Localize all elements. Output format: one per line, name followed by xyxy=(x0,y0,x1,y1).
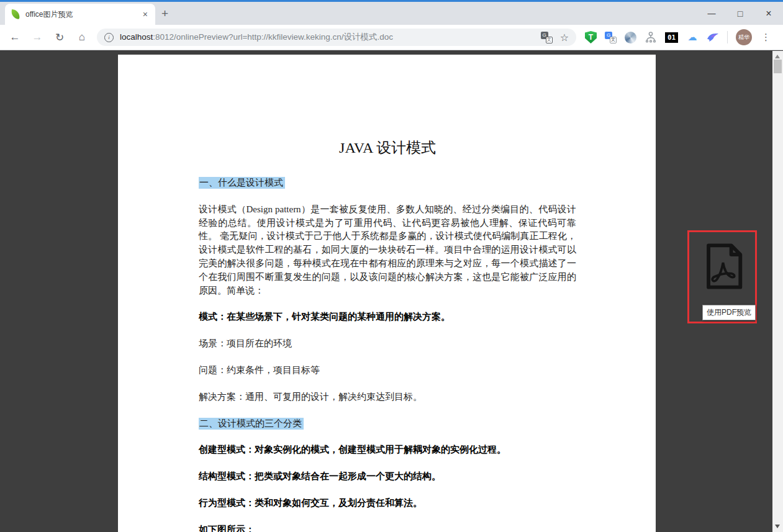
new-tab-button[interactable]: + xyxy=(161,7,168,20)
browser-toolbar: ← → ↻ ⌂ i localhost:8012/onlinePreview?u… xyxy=(0,25,783,50)
titlebar: office图片预览 × + — □ × xyxy=(0,2,783,25)
address-bar[interactable]: i localhost:8012/onlinePreview?url=http:… xyxy=(97,29,576,46)
highlighted-heading: 一、什么是设计模式 xyxy=(199,177,285,189)
doc-line: 场景：项目所在的环境 xyxy=(199,337,576,351)
tampermonkey-extension-icon[interactable]: T xyxy=(585,31,597,43)
spring-leaf-favicon xyxy=(11,9,20,19)
close-window-button[interactable]: × xyxy=(754,2,783,25)
translate-wen-glyph: 文 xyxy=(610,37,617,43)
doc-section-heading: 一、什么是设计模式 xyxy=(199,176,576,190)
profile-avatar[interactable]: 精华 xyxy=(736,29,752,45)
doc-line-bold: 结构型模式：把类或对象结合在一起形成一个更大的结构。 xyxy=(199,470,576,484)
document-page: JAVA 设计模式 一、什么是设计模式 设计模式（Design pattern）… xyxy=(118,55,656,532)
window-controls: — □ × xyxy=(697,2,783,25)
maximize-button[interactable]: □ xyxy=(726,2,754,25)
scroll-down-arrow-icon[interactable] xyxy=(775,525,780,528)
translate-wen-glyph: 文 xyxy=(546,37,553,43)
back-button[interactable]: ← xyxy=(4,26,26,48)
doc-line: 解决方案：通用、可复用的设计，解决约束达到目标。 xyxy=(199,390,576,404)
browser-tab[interactable]: office图片预览 × xyxy=(5,4,155,25)
tab-title: office图片预览 xyxy=(20,9,140,20)
reload-button[interactable]: ↻ xyxy=(48,26,71,48)
scrollbar-thumb[interactable] xyxy=(774,60,782,73)
extensions-bar: T G 文 01 ☁ 精华 ⋮ xyxy=(580,29,779,45)
highlighted-heading: 二、设计模式的三个分类 xyxy=(199,418,304,430)
google-translate-extension-icon[interactable]: G 文 xyxy=(605,32,617,43)
pdf-file-icon xyxy=(697,241,748,292)
forward-button[interactable]: → xyxy=(26,26,48,48)
page-info-icon[interactable]: i xyxy=(104,33,114,42)
doc-line-bold: 模式：在某些场景下，针对某类问题的某种通用的解决方案。 xyxy=(199,310,576,324)
toolbar-divider xyxy=(727,31,728,43)
doc-line-bold: 行为型模式：类和对象如何交互，及划分责任和算法。 xyxy=(199,497,576,510)
preview-viewport: JAVA 设计模式 一、什么是设计模式 设计模式（Design pattern）… xyxy=(0,51,772,532)
doc-line: 问题：约束条件，项目目标等 xyxy=(199,364,576,377)
doc-paragraph: 设计模式（Design pattern）是一套被反复使用、多数人知晓的、经过分类… xyxy=(199,203,576,298)
pdf-preview-label: 使用PDF预览 xyxy=(702,305,756,320)
cloud-extension-icon[interactable]: ☁ xyxy=(686,31,699,43)
bookmark-star-icon[interactable]: ☆ xyxy=(560,32,569,43)
swirl-circle-extension-icon[interactable] xyxy=(625,32,636,43)
scroll-up-arrow-icon[interactable] xyxy=(775,55,780,58)
use-pdf-preview-button[interactable]: 使用PDF预览 xyxy=(687,230,757,323)
translate-page-icon[interactable]: G 文 xyxy=(541,32,553,43)
minimize-button[interactable]: — xyxy=(697,2,726,25)
tab-close-icon[interactable]: × xyxy=(140,9,150,19)
vertical-scrollbar[interactable] xyxy=(772,51,783,532)
document-title: JAVA 设计模式 xyxy=(199,135,576,160)
doc-line-bold: 创建型模式：对象实例化的模式，创建型模式用于解耦对象的实例化过程。 xyxy=(199,443,576,457)
01-badge-extension-icon[interactable]: 01 xyxy=(665,32,678,43)
sitemap-extension-icon[interactable] xyxy=(645,31,657,43)
home-button[interactable]: ⌂ xyxy=(71,26,93,48)
browser-menu-icon[interactable]: ⋮ xyxy=(760,32,774,43)
url-path: :8012/onlinePreview?url=http://kkfilevie… xyxy=(153,32,393,42)
doc-line-bold: 如下图所示： xyxy=(199,523,576,532)
url-host: localhost xyxy=(120,32,153,42)
doc-section-heading: 二、设计模式的三个分类 xyxy=(199,417,576,431)
bird-extension-icon[interactable] xyxy=(707,31,719,43)
url-text[interactable]: localhost:8012/onlinePreview?url=http://… xyxy=(120,32,393,43)
